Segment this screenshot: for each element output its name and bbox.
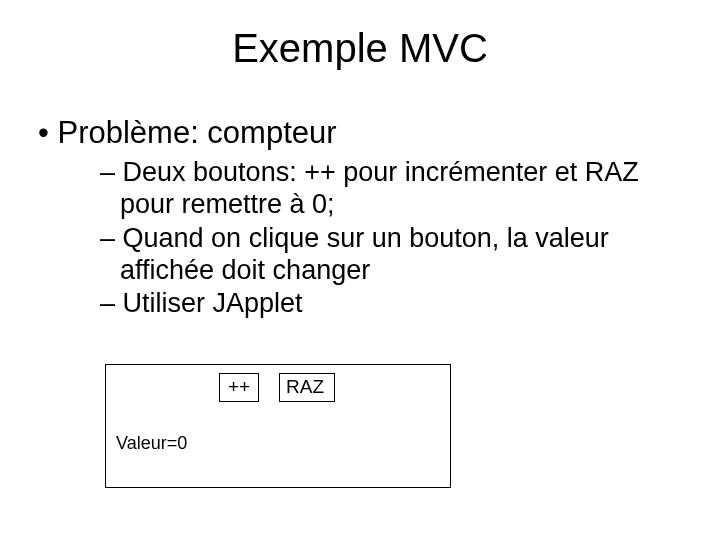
bullet-lvl1: Problème: compteur [38, 115, 682, 151]
bullet-lvl2-item: Utiliser JApplet [100, 288, 682, 320]
bullet-lvl2-item: Quand on clique sur un bouton, la valeur… [100, 223, 682, 287]
reset-button[interactable]: RAZ [279, 373, 335, 402]
slide-body: Problème: compteur Deux boutons: ++ pour… [0, 81, 720, 320]
slide: Exemple MVC Problème: compteur Deux bout… [0, 0, 720, 540]
value-label: Valeur=0 [116, 433, 187, 454]
slide-title: Exemple MVC [0, 0, 720, 81]
bullet-lvl2-group: Deux boutons: ++ pour incrémenter et RAZ… [38, 157, 682, 320]
bullet-lvl2-item: Deux boutons: ++ pour incrémenter et RAZ… [100, 157, 682, 221]
increment-button[interactable]: ++ [219, 373, 259, 402]
applet-window: ++ RAZ Valeur=0 [105, 364, 451, 488]
